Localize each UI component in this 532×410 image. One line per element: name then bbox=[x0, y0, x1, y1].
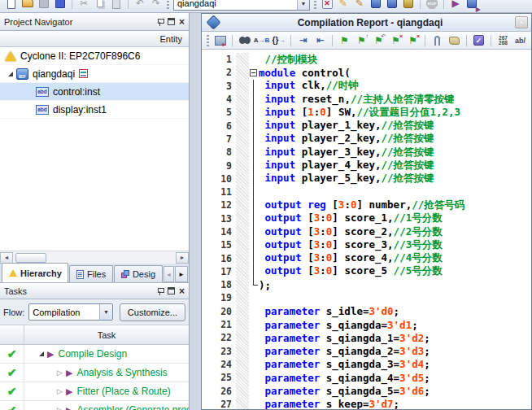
code-line[interactable]: 22 parameter s_qiangda_1=3'd2; bbox=[202, 331, 531, 344]
code-line[interactable]: 25 parameter s_qiangda_4=3'd5; bbox=[202, 371, 531, 384]
settings-icon[interactable]: ✕ bbox=[320, 0, 334, 11]
code-line[interactable]: 5 input [1:0] SW,//设置题目分值1,2,3 bbox=[202, 106, 531, 119]
code-line[interactable]: 17 output [3:0] score_5 //5号分数 bbox=[202, 265, 531, 278]
entity-column-header[interactable]: Entity bbox=[0, 31, 189, 47]
horizontal-scrollbar[interactable]: ◄ ► bbox=[0, 251, 189, 264]
customize-button[interactable]: Customize... bbox=[120, 303, 185, 321]
toggle-bookmark-icon[interactable]: ⚑ bbox=[337, 33, 352, 48]
tree-item-device[interactable]: Cyclone II: EP2C70F896C6 bbox=[0, 47, 189, 65]
editor-title-bar[interactable]: Compilation Report - qiangdaqi × bbox=[202, 14, 531, 32]
code-line[interactable]: 4 input reset_n,//主持人抢答清零按键 bbox=[202, 93, 531, 106]
close-icon[interactable]: × bbox=[179, 287, 185, 295]
close-icon[interactable]: × bbox=[179, 18, 185, 26]
code-line[interactable]: 19 bbox=[202, 291, 531, 304]
open-folder-icon[interactable] bbox=[20, 0, 35, 11]
clear-bookmark-icon[interactable]: ⚑× bbox=[388, 33, 403, 48]
float-window-icon[interactable] bbox=[168, 18, 175, 25]
collapsed-arrow-icon[interactable]: ▷ bbox=[57, 387, 63, 395]
tree-item-control-inst[interactable]: abd control:inst bbox=[0, 83, 189, 101]
task-column-header[interactable]: Task bbox=[24, 325, 189, 344]
undo-icon[interactable]: ↶ bbox=[133, 0, 147, 11]
tab-scroll-left-icon[interactable]: ◄ bbox=[164, 266, 174, 282]
code-line[interactable]: 20 parameter s_idle=3'd0; bbox=[202, 305, 531, 318]
code-line[interactable]: 3 input clk,//时钟 bbox=[202, 80, 531, 93]
scroll-right-icon[interactable]: ► bbox=[176, 252, 189, 264]
combobox-dropdown-icon[interactable]: ▼ bbox=[297, 0, 309, 10]
tab-scroll-right-icon[interactable]: ► bbox=[175, 266, 188, 282]
close-icon[interactable]: × bbox=[515, 16, 528, 28]
collapsed-arrow-icon[interactable]: ▷ bbox=[57, 369, 63, 377]
code-line[interactable]: 12 output reg [3:0] number,//抢答号码 bbox=[202, 198, 531, 212]
run-task-icon[interactable]: ▶ bbox=[66, 405, 72, 410]
save-icon[interactable] bbox=[37, 0, 51, 11]
eda-tools-icon[interactable] bbox=[401, 0, 416, 11]
code-line[interactable]: 21 parameter s_qiangda=3'd1; bbox=[202, 318, 531, 331]
code-line[interactable]: 14 output [3:0] score_2,//2号分数 bbox=[202, 225, 531, 238]
assignment-editor-icon[interactable]: ✎ bbox=[336, 0, 351, 11]
task-row-analysis-synthesis[interactable]: ✔ ▷ ▶ Analysis & Synthesis bbox=[0, 364, 189, 382]
find-icon[interactable] bbox=[237, 33, 252, 48]
decrease-indent-icon[interactable]: ⇤ bbox=[312, 33, 328, 48]
check-syntax-icon[interactable]: ✓ bbox=[471, 33, 486, 48]
float-window-icon[interactable] bbox=[168, 287, 175, 294]
code-line[interactable]: 16 output [3:0] score_4,//4号分数 bbox=[202, 251, 531, 264]
comment-icon[interactable] bbox=[430, 33, 445, 48]
tab-files[interactable]: Files bbox=[69, 265, 113, 282]
increase-indent-icon[interactable]: ⇥ bbox=[295, 33, 311, 48]
scrollbar-thumb[interactable] bbox=[15, 253, 46, 263]
copy-icon[interactable] bbox=[93, 0, 107, 11]
save-all-icon[interactable] bbox=[53, 0, 68, 11]
macro-icon[interactable] bbox=[447, 33, 462, 48]
project-combobox[interactable]: qiangdaqi ▼ bbox=[173, 0, 310, 11]
collapsed-arrow-icon[interactable]: ▷ bbox=[57, 406, 63, 410]
start-analysis-icon[interactable]: ▶ bbox=[464, 0, 479, 11]
code-line[interactable]: 23 parameter s_qiangda_2=3'd3; bbox=[202, 345, 531, 358]
pin-icon[interactable] bbox=[157, 287, 164, 295]
expanded-arrow-icon[interactable] bbox=[8, 72, 13, 76]
tree-item-qiangdaqi[interactable]: BDF qiangdaqi bbox=[0, 65, 189, 83]
expanded-arrow-icon[interactable] bbox=[39, 351, 44, 356]
start-compilation-icon[interactable]: ▶ bbox=[448, 0, 463, 11]
scroll-left-icon[interactable]: ◄ bbox=[0, 252, 13, 264]
fold-collapse-icon[interactable] bbox=[249, 66, 259, 79]
task-row-fitter[interactable]: ✔ ▷ ▶ Fitter (Place & Route) bbox=[0, 382, 189, 401]
tab-hierarchy[interactable]: Hierarchy bbox=[2, 263, 68, 282]
task-row-assembler[interactable]: ✔ ▷ ▶ Assembler (Generate progra bbox=[0, 401, 189, 410]
run-task-icon[interactable]: ▶ bbox=[66, 368, 72, 378]
device-icon[interactable] bbox=[368, 0, 383, 11]
stop-icon[interactable]: STOP bbox=[425, 0, 439, 11]
tree-item-display-inst1[interactable]: abd display:inst1 bbox=[0, 101, 189, 119]
code-line[interactable]: 15 output [3:0] score_3,//3号分数 bbox=[202, 238, 531, 251]
paste-icon[interactable] bbox=[109, 0, 124, 11]
code-line[interactable]: 6 input player_1_key,//抢答按键 bbox=[202, 119, 531, 132]
flow-combobox[interactable]: Compilation ▼ bbox=[28, 303, 113, 321]
code-line[interactable]: 9 input player_4_key,//抢答按键 bbox=[202, 159, 531, 172]
code-line[interactable]: 2module control( bbox=[202, 66, 531, 79]
pin-icon[interactable] bbox=[157, 18, 164, 26]
run-task-icon[interactable]: ▶ bbox=[66, 386, 72, 397]
code-line[interactable]: 18); bbox=[202, 278, 531, 291]
redo-icon[interactable]: ↷ bbox=[149, 0, 164, 11]
code-line[interactable]: 13 output [3:0] score_1,//1号分数 bbox=[202, 212, 531, 225]
new-file-icon[interactable] bbox=[4, 0, 19, 11]
code-line[interactable]: 26 parameter s_qiangda_5=3'd6; bbox=[202, 384, 531, 397]
insert-template-icon[interactable]: {}→ bbox=[271, 33, 286, 48]
replace-icon[interactable]: A→B bbox=[254, 33, 269, 48]
code-line[interactable]: 8 input player_3_key,//抢答按键 bbox=[202, 146, 531, 159]
task-row-compile-design[interactable]: ✔ ▶ Compile Design bbox=[0, 345, 189, 364]
code-line[interactable]: 1 //控制模块 bbox=[202, 53, 531, 66]
cut-icon[interactable]: ✂ bbox=[76, 0, 91, 11]
flow-dropdown-icon[interactable]: ▼ bbox=[99, 304, 112, 320]
code-line[interactable]: 27 parameter s_keep=3'd7; bbox=[202, 398, 531, 409]
tab-design-units[interactable]: Desig bbox=[114, 265, 163, 282]
previous-bookmark-icon[interactable]: ⚑↶ bbox=[371, 33, 386, 48]
timing-analyzer-icon[interactable] bbox=[385, 0, 399, 11]
next-bookmark-icon[interactable]: ⚑↑ bbox=[354, 33, 369, 48]
clear-all-bookmarks-icon[interactable]: ⚑× bbox=[405, 33, 421, 48]
code-line[interactable]: 10 input player_5_key,//抢答按键 bbox=[202, 172, 531, 185]
run-task-icon[interactable]: ▶ bbox=[47, 349, 54, 360]
word-wrap-indicator[interactable]: ab/ bbox=[512, 33, 528, 48]
code-line[interactable]: 11 bbox=[202, 185, 531, 198]
open-in-main-window-icon[interactable] bbox=[212, 33, 228, 48]
code-line[interactable]: 24 parameter s_qiangda_3=3'd4; bbox=[202, 358, 531, 371]
